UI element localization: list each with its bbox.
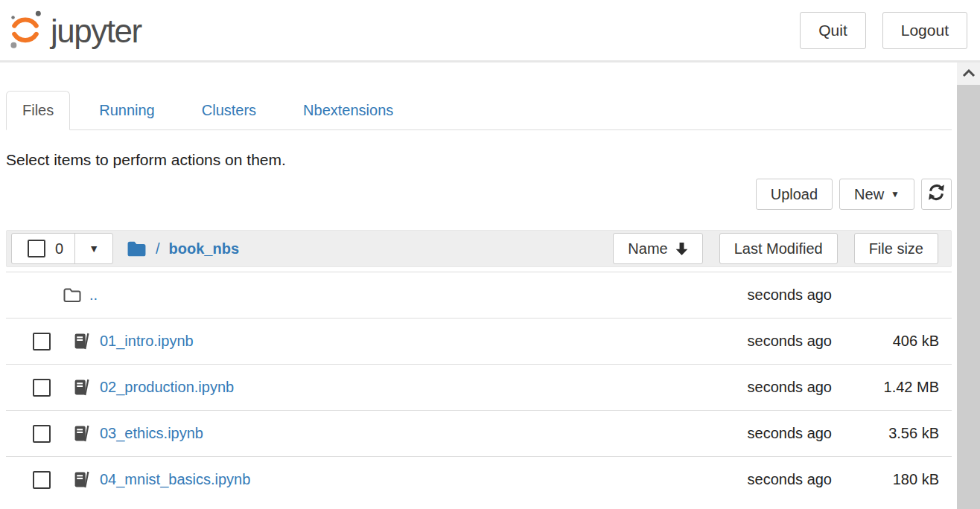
tab-nbextensions[interactable]: Nbextensions <box>285 92 411 129</box>
arrow-down-icon <box>675 242 688 256</box>
scrollbar[interactable] <box>957 63 980 509</box>
sort-name-label: Name <box>628 240 667 257</box>
tab-clusters[interactable]: Clusters <box>184 92 274 129</box>
file-link[interactable]: 01_intro.ipynb <box>100 333 194 350</box>
last-modified: seconds ago <box>698 379 832 396</box>
file-link[interactable]: 04_mnist_basics.ipynb <box>100 471 250 488</box>
file-size: 406 kB <box>832 333 939 350</box>
breadcrumb-separator: / <box>156 240 160 257</box>
last-modified: seconds ago <box>698 286 832 304</box>
refresh-icon <box>928 184 945 205</box>
list-item-notebook: 02_production.ipynb seconds ago 1.42 MB <box>6 364 952 410</box>
logout-button[interactable]: Logout <box>882 12 967 49</box>
upload-button[interactable]: Upload <box>756 179 833 210</box>
row-checkbox[interactable] <box>33 425 51 443</box>
tab-bar: Files Running Clusters Nbextensions <box>6 91 952 130</box>
notebook-icon <box>73 471 90 488</box>
header-divider <box>0 60 980 63</box>
sort-name-button[interactable]: Name <box>613 233 702 264</box>
selected-count: 0 <box>55 240 63 257</box>
select-dropdown-toggle[interactable]: ▼ <box>74 234 112 263</box>
row-checkbox[interactable] <box>33 379 51 397</box>
jupyter-logo-icon <box>6 7 45 54</box>
scroll-up-button[interactable] <box>957 63 980 85</box>
select-button-group: 0 ▼ <box>11 233 113 264</box>
file-list: 0 ▼ / book_nbs Name <box>6 230 952 502</box>
row-checkbox[interactable] <box>33 333 51 350</box>
last-modified: seconds ago <box>698 471 832 488</box>
notebook-icon <box>73 425 90 442</box>
list-item-notebook: 04_mnist_basics.ipynb seconds ago 180 kB <box>6 456 952 502</box>
sort-size-button[interactable]: File size <box>854 233 938 264</box>
notebook-icon <box>73 379 90 396</box>
select-hint-text: Select items to perform actions on them. <box>6 151 952 169</box>
folder-outline-icon <box>63 287 82 304</box>
row-checkbox[interactable] <box>33 471 51 489</box>
breadcrumb: / book_nbs <box>127 240 239 257</box>
refresh-button[interactable] <box>921 179 952 210</box>
caret-down-icon: ▼ <box>891 190 900 199</box>
breadcrumb-current-folder[interactable]: book_nbs <box>169 240 239 257</box>
select-all-segment[interactable]: 0 <box>12 234 74 263</box>
file-size: 180 kB <box>832 471 939 488</box>
file-link[interactable]: .. <box>89 286 98 304</box>
file-size: 3.56 kB <box>832 425 939 442</box>
new-dropdown-button[interactable]: New ▼ <box>839 179 914 210</box>
list-header-bar: 0 ▼ / book_nbs Name <box>6 230 952 267</box>
folder-icon[interactable] <box>127 240 147 257</box>
last-modified: seconds ago <box>698 425 832 442</box>
list-item-notebook: 03_ethics.ipynb seconds ago 3.56 kB <box>6 410 952 456</box>
list-item-notebook: 01_intro.ipynb seconds ago 406 kB <box>6 318 952 364</box>
notebook-icon <box>73 333 90 350</box>
list-body: .. seconds ago 01_intro.ipynb seconds ag… <box>6 272 952 502</box>
jupyter-logo[interactable]: jupyter <box>6 7 141 54</box>
file-link[interactable]: 03_ethics.ipynb <box>100 425 203 442</box>
last-modified: seconds ago <box>698 333 832 350</box>
select-all-checkbox[interactable] <box>28 240 45 257</box>
tab-files[interactable]: Files <box>6 91 70 130</box>
brand-text: jupyter <box>51 13 141 50</box>
tab-running[interactable]: Running <box>81 92 173 129</box>
list-item-parent-folder: .. seconds ago <box>6 272 952 318</box>
action-toolbar: Upload New ▼ <box>6 179 952 210</box>
quit-button[interactable]: Quit <box>800 12 866 49</box>
file-link[interactable]: 02_production.ipynb <box>100 379 234 396</box>
caret-down-icon: ▼ <box>89 243 99 254</box>
new-dropdown-label: New <box>854 186 884 203</box>
app-header: jupyter Quit Logout <box>0 0 980 60</box>
scrollbar-thumb[interactable] <box>957 85 980 509</box>
file-size: 1.42 MB <box>832 379 939 396</box>
chevron-up-icon <box>962 67 976 80</box>
sort-modified-button[interactable]: Last Modified <box>719 233 838 264</box>
sort-buttons: Name Last Modified File size <box>613 233 938 264</box>
